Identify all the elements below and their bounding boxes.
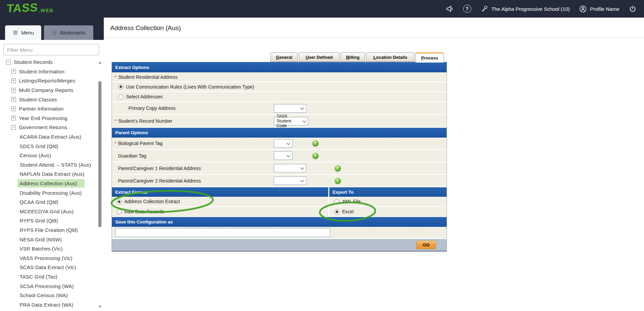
parent-caregiver-1-row: Parent/Caregiver 1 Residential Address ? — [112, 162, 447, 175]
excel-radio[interactable] — [334, 209, 339, 214]
sidebar-item-school-census-wa[interactable]: School Census (WA) — [0, 291, 99, 300]
sidebar-item-label: TASC Grid (Tas) — [20, 274, 57, 280]
filter-menu-input[interactable] — [3, 44, 99, 55]
sidebar-item-student-classes[interactable]: +Student Classes — [0, 95, 99, 104]
raw-data-records-label[interactable]: Raw Data Records — [124, 209, 164, 214]
use-communication-rules-label[interactable]: Use Communication Rules (Lives With Comm… — [126, 84, 254, 90]
chevron-down-icon — [286, 153, 290, 157]
profile-menu[interactable]: Profile Name — [579, 5, 619, 13]
sidebar-item-label: RYPS Grid (Qld) — [20, 218, 58, 223]
save-configuration-row — [112, 227, 447, 239]
sidebar-item-government-returns[interactable]: −Government Returns — [0, 123, 99, 132]
excel-label[interactable]: Excel — [342, 209, 354, 214]
parent-caregiver-1-select[interactable] — [274, 164, 306, 172]
sidebar-item-student-records[interactable]: −Student Records — [0, 57, 99, 67]
help-bubble-icon[interactable]: ? — [312, 140, 318, 146]
help-bubble-icon[interactable]: ? — [312, 153, 318, 159]
tab-billing[interactable]: Billing — [340, 52, 365, 62]
sidebar-item-scsa-processing-wa[interactable]: SCSA Processing (WA) — [0, 281, 99, 291]
sidebar-item-scas-data-extract-vic[interactable]: SCAS Data Extract (Vic) — [0, 263, 99, 272]
sidebar-item-address-collection-aus[interactable]: Address Collection (Aus) — [0, 179, 99, 188]
student-residential-address-label: Student Residential Address — [118, 74, 177, 80]
expand-icon[interactable]: + — [11, 88, 16, 93]
sidebar-item-vass-processing-vic[interactable]: VASS Processing (Vic) — [0, 253, 99, 263]
scroll-down-arrow[interactable]: ▼ — [98, 304, 102, 309]
sidebar-item-multi-company-reports[interactable]: +Multi Company Reports — [0, 86, 99, 95]
use-communication-rules-radio[interactable] — [118, 84, 123, 89]
hamburger-icon — [13, 30, 18, 35]
format-export-section: Extract Format Address Collection Extrac… — [112, 187, 447, 217]
expand-icon[interactable]: + — [11, 69, 16, 74]
sidebar-item-ryps-file-creation-qld[interactable]: RYPS File Creation (Qld) — [0, 225, 99, 235]
menu-tab-label: Menu — [21, 30, 34, 35]
page-title: Address Collection (Aus) — [110, 24, 181, 32]
help-icon[interactable]: ? — [463, 5, 471, 13]
biological-parent-tag-row: * Biological Parent Tag ? — [112, 138, 447, 150]
student-record-number-select[interactable]: TASS Student Code — [274, 117, 308, 125]
sidebar-item-vsr-batches-vic[interactable]: VSR Batches (Vic) — [0, 244, 99, 254]
student-residential-address-row: * Student Residential Address — [112, 72, 447, 82]
sidebar-item-listings-reports-merges[interactable]: +Listings/Reports/Merges — [0, 76, 99, 86]
company-switcher[interactable]: The Alpha Progressive School (10) — [480, 5, 570, 13]
sidebar-item-qcaa-grid-qld[interactable]: QCAA Grid (Qld) — [0, 197, 99, 207]
tab-user-defined[interactable]: User Defined — [299, 52, 339, 62]
key-icon — [480, 5, 488, 13]
required-asterisk: * — [115, 118, 116, 124]
sidebar-item-pra-data-extract-wa[interactable]: PRA Data Extract (WA) — [0, 300, 99, 309]
expand-icon[interactable]: + — [11, 78, 16, 83]
raw-data-records-row: Raw Data Records — [112, 207, 328, 217]
sidebar-item-nesa-grid-nsw[interactable]: NESA Grid (NSW) — [0, 235, 99, 244]
sidebar-item-sdcs-grid-qld[interactable]: SDCS Grid (Qld) — [0, 141, 99, 151]
sidebar-item-tasc-grid-tas[interactable]: TASC Grid (Tas) — [0, 272, 99, 282]
required-asterisk: * — [115, 74, 116, 80]
tab-location-details[interactable]: Location Details — [366, 52, 414, 62]
guardian-tag-label: Guardian Tag — [112, 153, 146, 159]
sidebar-item-mceecdya-grid-aus[interactable]: MCEECDYA Grid (Aus) — [0, 207, 99, 216]
address-collection-extract-label[interactable]: Address Collection Extract — [124, 199, 180, 204]
address-collection-extract-radio[interactable] — [117, 199, 122, 204]
sidebar-item-disability-processing-aus[interactable]: Disability Processing (Aus) — [0, 188, 99, 197]
sidebar-item-year-end-processing[interactable]: +Year End Processing — [0, 114, 99, 123]
announcements-icon[interactable] — [446, 5, 454, 13]
expand-icon[interactable]: + — [11, 97, 16, 102]
bookmarks-tab[interactable]: ☆ Bookmarks — [44, 25, 93, 40]
top-header: TASS .WEB ? The Alpha Progressive School… — [0, 0, 644, 18]
scroll-up-arrow[interactable]: ▲ — [98, 60, 102, 65]
expand-icon[interactable]: + — [11, 106, 16, 111]
save-configuration-input[interactable] — [115, 228, 330, 237]
sidebar-item-student-information[interactable]: +Student Information — [0, 67, 99, 76]
tab-process[interactable]: Process — [415, 52, 444, 63]
guardian-tag-select[interactable] — [274, 151, 292, 160]
sidebar-item-census-aus[interactable]: Census (Aus) — [0, 151, 99, 160]
help-bubble-icon[interactable]: ? — [335, 165, 341, 171]
menu-tab[interactable]: Menu — [5, 25, 41, 40]
collapse-icon[interactable]: − — [11, 125, 16, 130]
chevron-down-icon — [300, 166, 304, 169]
parent-caregiver-2-select[interactable] — [274, 176, 306, 185]
select-addresses-radio[interactable] — [118, 94, 123, 99]
sidebar-item-student-attend-stats-aus[interactable]: Student Attend. – STATS (Aus) — [0, 160, 99, 170]
help-bubble-icon[interactable]: ? — [335, 178, 341, 184]
go-button[interactable]: GO — [416, 241, 436, 249]
biological-parent-tag-select[interactable] — [274, 139, 292, 148]
sidebar-item-acara-data-extract-aus[interactable]: ACARA Data Extract (Aus) — [0, 132, 99, 142]
logout-icon[interactable] — [628, 5, 637, 13]
sidebar-item-naplan-data-extract-aus[interactable]: NAPLAN Data Extract (Aus) — [0, 169, 99, 179]
tass-logo[interactable]: TASS .WEB — [7, 1, 54, 15]
scrollbar-thumb[interactable] — [98, 81, 101, 227]
sidebar-header: Menu ☆ Bookmarks — [0, 18, 104, 40]
excel-row: Excel — [329, 207, 447, 217]
sidebar-item-ryps-grid-qld[interactable]: RYPS Grid (Qld) — [0, 216, 99, 225]
sidebar-item-label: Listings/Reports/Merges — [19, 78, 75, 83]
sidebar-item-label: NESA Grid (NSW) — [20, 237, 62, 242]
collapse-icon[interactable]: − — [6, 60, 11, 65]
xml-file-label[interactable]: XML File — [342, 199, 361, 204]
select-addresses-label[interactable]: Select Addresses — [126, 94, 163, 99]
tab-general[interactable]: General — [270, 52, 298, 62]
sidebar-item-label: Address Collection (Aus) — [18, 179, 85, 188]
sidebar-item-partner-information[interactable]: +Partner Information — [0, 104, 99, 114]
xml-file-radio[interactable] — [334, 199, 339, 204]
primary-copy-address-select[interactable] — [274, 104, 306, 113]
raw-data-records-radio[interactable] — [117, 209, 122, 214]
expand-icon[interactable]: + — [11, 116, 16, 120]
